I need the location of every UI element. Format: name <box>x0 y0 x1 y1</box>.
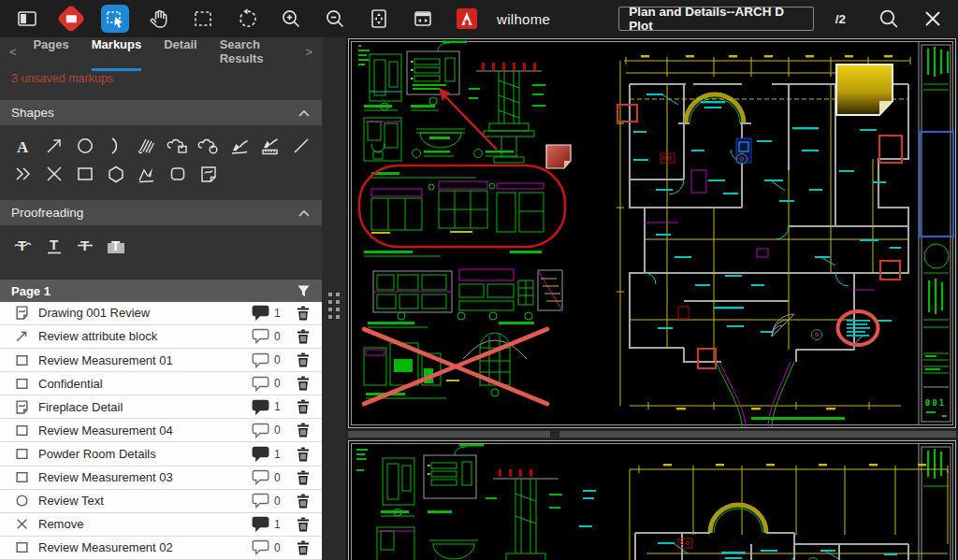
text-tool[interactable]: A <box>7 132 38 160</box>
comment-bubble-icon[interactable] <box>252 305 269 321</box>
delete-markup-button[interactable] <box>297 447 310 462</box>
unsaved-markups-notice: 3 unsaved markups <box>0 65 322 93</box>
toggle-sidebar-button[interactable] <box>13 5 41 33</box>
close-button[interactable] <box>919 5 947 33</box>
drag-handle-icon[interactable] <box>328 293 340 319</box>
markup-list-item[interactable]: Remove 1 <box>0 513 322 537</box>
polygon-tool[interactable] <box>100 160 131 188</box>
markup-label: Drawing 001 Review <box>38 306 252 320</box>
delete-markup-button[interactable] <box>297 376 310 391</box>
markup-list-item[interactable]: Review Measurement 02 0 <box>0 537 322 560</box>
markup-list-item[interactable]: Confidential 0 <box>0 372 322 395</box>
delete-markup-button[interactable] <box>297 423 310 438</box>
markup-list-item[interactable]: Review Text 0 <box>0 490 322 513</box>
delete-markup-button[interactable] <box>297 494 310 509</box>
delete-markup-button[interactable] <box>297 306 310 321</box>
fit-page-icon <box>368 7 390 30</box>
page-1-canvas[interactable]: 001 <box>348 38 956 428</box>
markup-red-rectangle-3[interactable] <box>880 261 900 280</box>
comment-bubble-icon[interactable] <box>252 376 269 392</box>
tabs-prev-icon[interactable]: < <box>9 45 23 59</box>
comment-bubble-icon[interactable] <box>252 399 269 415</box>
export-pdf-button[interactable] <box>453 5 481 33</box>
markup-list-item[interactable]: Review attribute block 0 <box>0 325 322 349</box>
comment-bubble-icon[interactable] <box>252 493 269 509</box>
zoom-out-button[interactable] <box>321 5 349 33</box>
comment-bubble-icon[interactable] <box>252 469 269 485</box>
comment-bubble-icon[interactable] <box>252 352 269 368</box>
markup-list-item[interactable]: Fireplace Detail 1 <box>0 395 322 419</box>
ellipse-tool[interactable] <box>69 132 100 160</box>
page-selector[interactable]: Plan and Details--ARCH D Plot <box>618 7 814 31</box>
markup-red-rectangle-4[interactable] <box>698 349 716 368</box>
comment-bubble-icon[interactable] <box>252 446 269 462</box>
pan-tool-button[interactable] <box>145 5 173 33</box>
fit-page-button[interactable] <box>365 5 393 33</box>
delete-markup-button[interactable] <box>297 540 310 555</box>
filter-icon[interactable] <box>297 284 311 297</box>
delete-markup-button[interactable] <box>297 517 310 532</box>
line-tool[interactable] <box>285 132 316 160</box>
scribble-tool[interactable] <box>131 132 162 160</box>
cross-tool[interactable] <box>38 160 69 188</box>
panel-splitter[interactable] <box>322 37 346 560</box>
sheet-number: 001 <box>925 398 946 408</box>
eraser-button[interactable] <box>57 5 85 33</box>
marquee-icon <box>192 7 214 30</box>
tabs-next-icon[interactable]: > <box>298 45 312 59</box>
page-2-canvas[interactable] <box>348 440 956 560</box>
markup-red-cross[interactable] <box>364 329 547 404</box>
comment-bubble-icon[interactable] <box>252 539 269 555</box>
rotate-button[interactable] <box>233 5 261 33</box>
markup-type-icon <box>15 517 29 531</box>
fit-width-button[interactable] <box>409 5 437 33</box>
polyline-tool[interactable] <box>7 160 38 188</box>
markup-yellow-sticky-note[interactable] <box>836 65 893 115</box>
sidebar-panel-icon <box>21 14 26 23</box>
highlight-text-tool[interactable]: T <box>100 232 131 260</box>
rounded-rectangle-tool[interactable] <box>162 160 193 188</box>
markup-type-icon <box>15 447 29 461</box>
markup-red-note-icon[interactable] <box>546 145 571 168</box>
comment-count: 0 <box>274 330 285 343</box>
proofreading-section-header[interactable]: Proofreading <box>0 200 322 225</box>
delete-markup-button[interactable] <box>297 329 310 344</box>
select-tool-button[interactable] <box>101 5 129 33</box>
cloud-ellipse-tool[interactable] <box>193 132 224 160</box>
shapes-section-header[interactable]: Shapes <box>0 100 322 125</box>
rectangle-tool[interactable] <box>69 160 100 188</box>
markup-list-item[interactable]: Powder Room Details 1 <box>0 442 322 466</box>
comment-bubble-icon[interactable] <box>252 516 269 532</box>
arc-tool[interactable] <box>100 132 131 160</box>
search-button[interactable] <box>875 5 903 33</box>
proofreading-tool-grid: T T T T <box>0 225 322 271</box>
delete-markup-button[interactable] <box>297 399 310 414</box>
squiggly-text-tool[interactable]: T <box>7 232 38 260</box>
comment-bubble-icon[interactable] <box>252 423 269 438</box>
markup-label: Powder Room Details <box>38 447 252 461</box>
horizontal-scrollbar[interactable] <box>348 431 956 438</box>
title-block: 001 <box>923 47 949 417</box>
page-group-header[interactable]: Page 1 <box>0 280 322 301</box>
markup-list-item[interactable]: Review Measurement 03 0 <box>0 467 322 490</box>
marquee-tool-button[interactable] <box>189 5 217 33</box>
arrow-tool[interactable] <box>38 132 69 160</box>
underline-text-tool[interactable]: T <box>38 232 69 260</box>
delete-markup-button[interactable] <box>297 470 310 485</box>
delete-markup-button[interactable] <box>297 352 310 367</box>
markup-list-item[interactable]: Review Measurement 01 0 <box>0 349 322 372</box>
hand-icon <box>148 7 170 30</box>
cloud-rectangle-tool[interactable] <box>162 132 193 160</box>
zoom-in-button[interactable] <box>277 5 305 33</box>
ink-tool[interactable] <box>224 132 254 160</box>
note-tool[interactable] <box>193 160 224 188</box>
comment-bubble-icon[interactable] <box>252 328 269 344</box>
markup-list-item[interactable]: Drawing 001 Review 1 <box>0 302 322 325</box>
polyline-sketch-tool[interactable] <box>131 160 162 188</box>
ink-measure-tool[interactable] <box>254 132 285 160</box>
markup-blue-rectangle[interactable] <box>920 132 953 237</box>
strikethrough-text-tool[interactable]: T <box>69 232 100 260</box>
document-viewer[interactable]: 001 <box>346 37 958 560</box>
markup-list-item[interactable]: Review Measurement 04 0 <box>0 419 322 442</box>
markup-red-arrow[interactable] <box>439 88 497 150</box>
